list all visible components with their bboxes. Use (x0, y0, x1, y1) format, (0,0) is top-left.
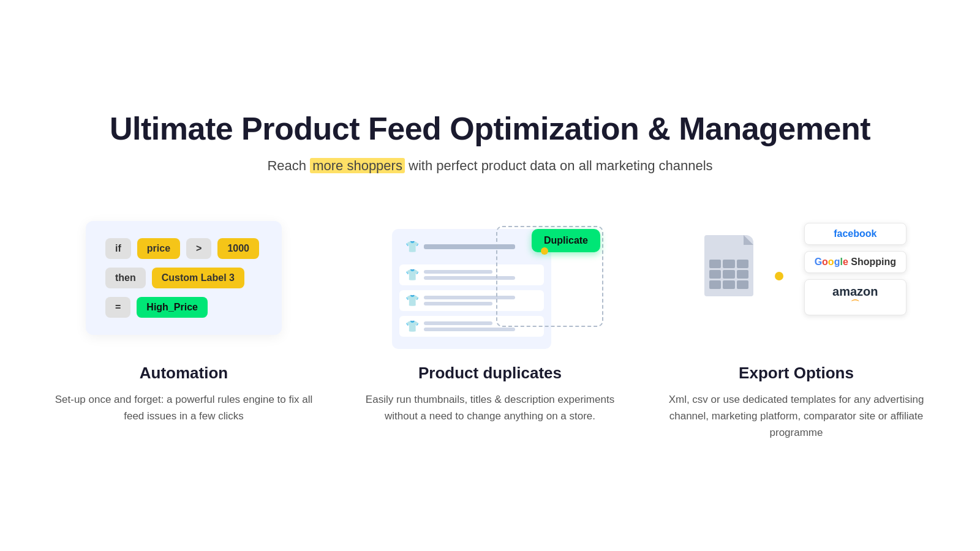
action-tag: Custom Label 3 (152, 268, 244, 288)
line-3a (424, 321, 492, 325)
if-tag: if (105, 238, 131, 259)
shirt-icon-2: 👕 (405, 294, 419, 307)
duplicates-feature: 👕 👕 👕 (355, 211, 625, 424)
result-tag: High_Price (137, 297, 208, 318)
file-icon (704, 235, 760, 302)
features-section: if price > 1000 then Custom Label 3 = Hi… (49, 211, 931, 441)
then-tag: then (105, 268, 146, 288)
price-tag: price (137, 238, 180, 259)
export-feature: facebook Google Shopping amazon ⌒ (662, 211, 931, 441)
export-dot (775, 272, 783, 280)
export-illustration: facebook Google Shopping amazon ⌒ (662, 211, 931, 345)
shirt-header-icon: 👕 (405, 240, 419, 253)
google-label: Google (815, 257, 851, 267)
page-subtitle: Reach more shoppers with perfect product… (110, 158, 870, 174)
export-illustration-wrapper: facebook Google Shopping amazon ⌒ (680, 217, 913, 339)
channel-list: facebook Google Shopping amazon ⌒ (804, 223, 907, 315)
grid-cell-1 (709, 260, 721, 268)
shopping-label: Shopping (851, 257, 896, 267)
subtitle-highlight: more shoppers (310, 158, 405, 173)
eq-tag: = (105, 297, 130, 318)
facebook-label: facebook (834, 228, 876, 239)
page-header: Ultimate Product Feed Optimization & Man… (110, 110, 870, 174)
file-grid (709, 260, 748, 289)
automation-card: if price > 1000 then Custom Label 3 = Hi… (86, 221, 282, 335)
grid-cell-8 (723, 280, 734, 289)
automation-feature: if price > 1000 then Custom Label 3 = Hi… (49, 211, 318, 424)
rule-row-1: if price > 1000 (105, 238, 262, 259)
amazon-arrow-icon: ⌒ (815, 299, 896, 310)
rule-row-2: then Custom Label 3 (105, 268, 262, 288)
grid-cell-3 (737, 260, 748, 268)
subtitle-after: with perfect product data on all marketi… (405, 158, 713, 173)
operator-tag: > (186, 238, 211, 259)
rule-row-3: = High_Price (105, 297, 262, 318)
value-tag: 1000 (217, 238, 259, 259)
automation-description: Set-up once and forget: a powerful rules… (49, 391, 318, 424)
export-title: Export Options (739, 364, 854, 383)
grid-cell-2 (723, 260, 734, 268)
dup-illustration-wrapper: 👕 👕 👕 (374, 217, 606, 339)
grid-cell-5 (723, 270, 734, 279)
grid-cell-6 (737, 270, 748, 279)
grid-cell-4 (709, 270, 721, 279)
line-2b (424, 302, 492, 305)
amazon-label: amazon ⌒ (815, 285, 896, 310)
duplicate-dot (541, 247, 548, 255)
shirt-icon-1: 👕 (405, 268, 419, 282)
grid-cell-9 (737, 280, 748, 289)
file-corner (744, 235, 753, 245)
duplicates-title: Product duplicates (418, 364, 562, 383)
subtitle-before: Reach (267, 158, 310, 173)
google-shopping-channel: Google Shopping (804, 251, 907, 273)
shirt-icon-3: 👕 (405, 320, 419, 333)
page-title: Ultimate Product Feed Optimization & Man… (110, 110, 870, 147)
facebook-channel: facebook (804, 223, 907, 245)
duplicates-description: Easily run thumbnails, titles & descript… (355, 391, 625, 424)
file-body (704, 235, 753, 296)
automation-illustration: if price > 1000 then Custom Label 3 = Hi… (49, 211, 318, 345)
amazon-channel: amazon ⌒ (804, 279, 907, 315)
export-description: Xml, csv or use dedicated templates for … (662, 391, 931, 441)
duplicates-illustration: 👕 👕 👕 (355, 211, 625, 345)
line-3b (424, 328, 515, 331)
line-1a (424, 270, 492, 274)
grid-cell-7 (709, 280, 721, 289)
automation-title: Automation (140, 364, 228, 383)
